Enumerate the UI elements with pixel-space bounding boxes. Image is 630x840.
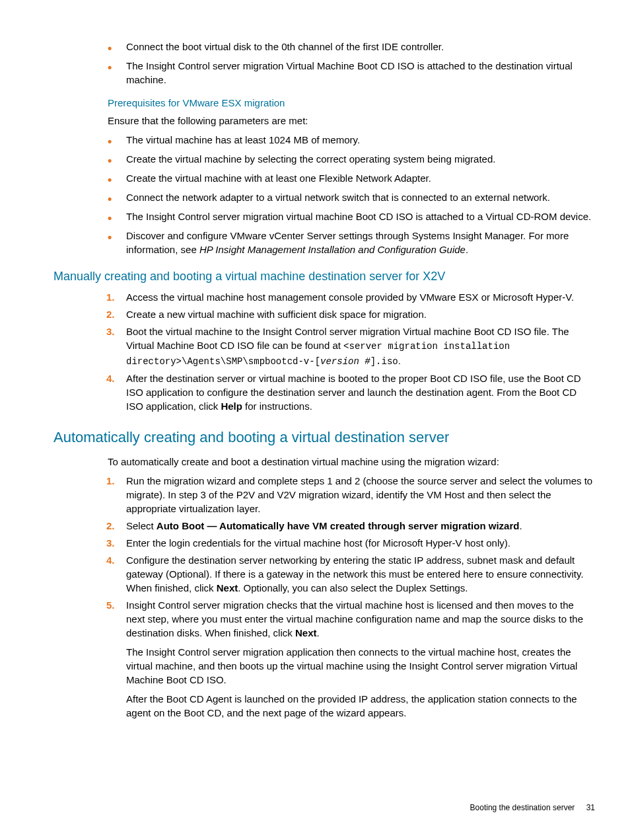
list-item: Create the virtual machine with at least… [108,171,595,185]
auto-block: To automatically create and boot a desti… [108,455,595,720]
list-item: Create the virtual machine by selecting … [108,152,595,166]
footer-text: Booting the destination server [470,803,575,812]
page-footer: Booting the destination server 31 [470,802,595,814]
list-item: Run the migration wizard and complete st… [108,474,595,515]
list-item: The Insight Control server migration vir… [108,210,595,223]
list-item: Boot the virtual machine to the Insight … [108,325,595,368]
list-item: Enter the login credentials for the virt… [108,536,595,550]
heading-manual: Manually creating and booting a virtual … [53,268,595,285]
list-item: Create a new virtual machine with suffic… [108,307,595,321]
heading-auto: Automatically creating and booting a vir… [53,428,595,448]
list-item: Connect the boot virtual disk to the 0th… [108,40,595,54]
list-item: Select Auto Boot — Automatically have VM… [108,519,595,533]
auto-intro: To automatically create and boot a desti… [108,455,595,469]
prereq-block: Ensure that the following parameters are… [108,114,595,256]
list-item: Connect the network adapter to a virtual… [108,190,595,204]
list-item: Configure the destination server network… [108,553,595,595]
list-item-paragraph: The Insight Control server migration app… [126,645,595,687]
top-list-block: Connect the boot virtual disk to the 0th… [108,40,595,87]
prereq-intro: Ensure that the following parameters are… [108,114,595,128]
list-item: The virtual machine has at least 1024 MB… [108,133,595,147]
heading-prerequisites: Prerequisites for VMware ESX migration [108,96,595,110]
list-item: Discover and configure VMware vCenter Se… [108,229,595,256]
list-item: Insight Control server migration checks … [108,598,595,720]
footer-page-number: 31 [586,803,595,812]
list-item: After the destination server or virtual … [108,371,595,413]
list-item: Access the virtual machine host manageme… [108,290,595,304]
list-item: The Insight Control server migration Vir… [108,59,595,87]
list-item-paragraph: After the Boot CD Agent is launched on t… [126,692,595,720]
manual-block: Access the virtual machine host manageme… [108,290,595,413]
